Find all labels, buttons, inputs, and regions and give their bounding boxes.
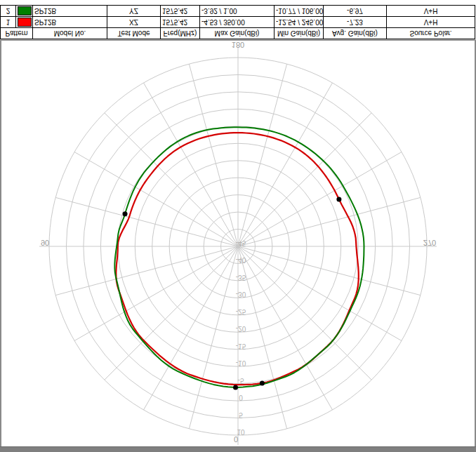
col-header-test-mode: Test Mode xyxy=(107,28,161,39)
source-polar-cell: V+H xyxy=(387,17,475,28)
angle-label: 90 xyxy=(41,239,49,247)
grid-spoke xyxy=(238,246,421,295)
test-mode-cell: YZ xyxy=(107,6,161,17)
col-header-model: Model No. xyxy=(33,28,107,39)
grid-spoke xyxy=(189,246,238,429)
angle-label: 270 xyxy=(423,239,436,247)
col-header-avg-gain: Avg. Gain(dBi) xyxy=(324,28,387,39)
ring-db-label: -15 xyxy=(236,343,246,350)
grid-spoke xyxy=(55,197,238,246)
window-top-strip xyxy=(0,446,476,452)
ring-db-label: -30 xyxy=(236,291,246,298)
source-polar-cell: V+H xyxy=(387,6,475,17)
extreme-marker-dot xyxy=(123,211,128,216)
polar-chart-area: 1050-5-10-15-20-25-30-35-40-45090180270 xyxy=(0,41,476,446)
grid-spoke xyxy=(74,246,238,341)
model-cell: SP12B xyxy=(33,6,107,17)
screenshot-stage: 1050-5-10-15-20-25-30-35-40-45090180270 … xyxy=(0,0,476,452)
grid-spoke xyxy=(238,246,333,410)
ring-db-label: 10 xyxy=(237,428,245,436)
ring-db-label: -35 xyxy=(236,274,246,281)
grid-spoke xyxy=(74,152,238,247)
freq-cell: 1575.42 xyxy=(161,17,200,28)
trace-color-swatch xyxy=(18,18,32,27)
col-header-pattern: Pattern xyxy=(1,28,33,39)
measurement-table: Pattern Model No. Test Mode Freq(MHz) Ma… xyxy=(0,5,475,39)
ring-db-label: 5 xyxy=(239,411,243,419)
table-row[interactable]: 1SP12BXZ1575.42-4.53 / 350.00-12.54 / 24… xyxy=(1,17,475,28)
grid-spoke xyxy=(238,113,371,246)
ring-db-label: -40 xyxy=(236,256,246,264)
grid-spoke xyxy=(55,246,238,295)
grid-spoke xyxy=(189,64,238,246)
model-cell: SP12B xyxy=(33,17,107,28)
col-header-max-gain: Max Gain(dBi) xyxy=(200,28,275,39)
test-mode-cell: XZ xyxy=(107,17,161,28)
ring-db-label: -25 xyxy=(236,308,246,316)
max-gain-cell: -3.92 / 1.00 xyxy=(200,6,275,17)
trace-color-swatch xyxy=(18,6,32,15)
pattern-number-cell: 1 xyxy=(1,17,16,28)
col-header-freq: Freq(MHz) xyxy=(161,28,200,39)
ring-db-label: 0 xyxy=(239,394,243,401)
grid-spoke xyxy=(144,246,239,410)
panel-separator xyxy=(0,39,476,41)
avg-gain-cell: -6.97 xyxy=(324,6,387,17)
col-header-source-polar: Source Polar. xyxy=(387,28,475,39)
ring-db-label: -45 xyxy=(236,239,246,247)
avg-gain-cell: -7.23 xyxy=(324,17,387,28)
grid-spoke xyxy=(238,246,402,341)
extreme-marker-dot xyxy=(336,197,341,201)
extreme-marker-dot xyxy=(233,385,238,390)
col-header-min-gain: Min Gain(dBi) xyxy=(275,28,324,39)
extreme-marker-dot xyxy=(260,380,265,385)
angle-label: 0 xyxy=(234,435,238,444)
polar-gain-plot: 1050-5-10-15-20-25-30-35-40-45090180270 xyxy=(0,41,476,446)
ring-db-label: -10 xyxy=(236,359,246,367)
trace-color-cell xyxy=(16,17,33,28)
min-gain-cell: -12.54 / 245.00 xyxy=(275,17,324,28)
ring-db-label: -20 xyxy=(236,325,246,333)
grid-spoke xyxy=(238,246,371,380)
table-row[interactable]: 2SP12BYZ1575.42-3.92 / 1.00-10.77 / 106.… xyxy=(1,6,475,17)
freq-cell: 1575.42 xyxy=(161,6,200,17)
angle-label: 180 xyxy=(232,41,244,49)
grid-spoke xyxy=(144,83,239,246)
grid-spoke xyxy=(238,152,402,247)
grid-spoke xyxy=(238,197,421,246)
trace-color-cell xyxy=(16,6,33,17)
app-window: 1050-5-10-15-20-25-30-35-40-45090180270 … xyxy=(0,0,476,452)
pattern-number-cell: 2 xyxy=(1,6,16,17)
max-gain-cell: -4.53 / 350.00 xyxy=(200,17,275,28)
ring-db-label: -5 xyxy=(238,377,244,385)
table-header-row: Pattern Model No. Test Mode Freq(MHz) Ma… xyxy=(1,28,475,39)
grid-spoke xyxy=(238,83,333,246)
grid-spoke xyxy=(238,64,287,246)
min-gain-cell: -10.77 / 106.00 xyxy=(275,6,324,17)
